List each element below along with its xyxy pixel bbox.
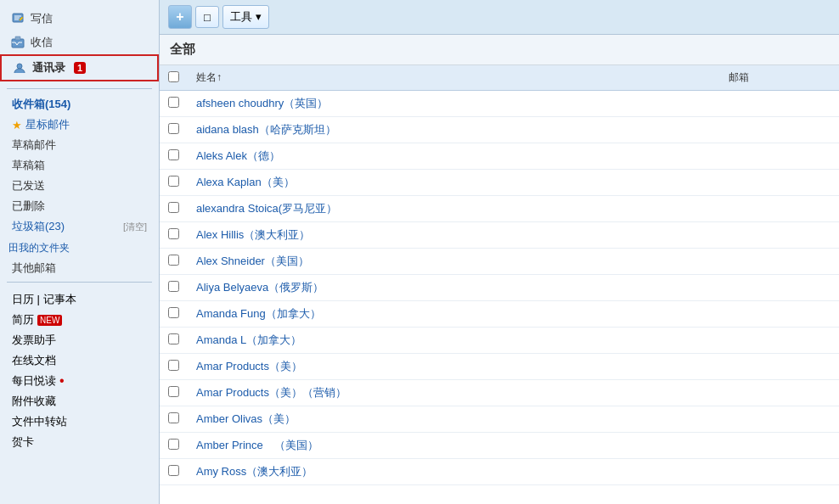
table-row[interactable]: Alexa Kaplan（美） xyxy=(160,170,839,196)
spam-clear[interactable]: [清空] xyxy=(123,221,147,233)
new-badge: NEW xyxy=(37,315,62,326)
table-row[interactable]: Amber Prince （美国） xyxy=(160,433,839,459)
extra-attachments-label: 附件收藏 xyxy=(12,394,56,409)
contact-email xyxy=(720,328,839,354)
sidebar-item-inbox[interactable]: 收信 xyxy=(0,31,159,54)
table-row[interactable]: Aliya Belyaeva（俄罗斯） xyxy=(160,275,839,301)
table-row[interactable]: Amanda L（加拿大） xyxy=(160,328,839,354)
sidebar-item-other-mail[interactable]: 其他邮箱 xyxy=(0,258,159,278)
sidebar-item-inbox-folder[interactable]: 收件箱(154) xyxy=(0,94,159,115)
mail-section: 收件箱(154) ★ 星标邮件 草稿邮件 草稿箱 已发送 已删除 垃圾箱(23)… xyxy=(0,92,159,238)
extra-item-transfer[interactable]: 文件中转站 xyxy=(0,412,159,432)
extra-item-card[interactable]: 贺卡 xyxy=(0,432,159,452)
contact-name[interactable]: Aleks Alek（德） xyxy=(188,143,720,170)
contact-name[interactable]: aidana blash（哈萨克斯坦） xyxy=(188,117,720,143)
row-checkbox[interactable] xyxy=(168,465,179,476)
compose-icon xyxy=(10,11,25,26)
extra-item-daily[interactable]: 每日悦读 • xyxy=(0,371,159,391)
sidebar-item-contacts[interactable]: 通讯录 1 xyxy=(0,54,159,81)
row-checkbox[interactable] xyxy=(168,176,179,187)
my-folders-header[interactable]: 田我的文件夹 xyxy=(0,238,159,258)
contact-name[interactable]: Alex Hillis（澳大利亚） xyxy=(188,222,720,249)
extra-item-invoice[interactable]: 发票助手 xyxy=(0,330,159,350)
extra-item-calendar[interactable]: 日历 | 记事本 xyxy=(0,289,159,310)
row-checkbox[interactable] xyxy=(168,386,179,397)
contact-name[interactable]: afsheen choudhry（英国） xyxy=(188,91,720,117)
contact-name[interactable]: Amy Ross（澳大利亚） xyxy=(188,459,720,485)
row-checkbox[interactable] xyxy=(168,281,179,292)
table-row[interactable]: alexandra Stoica(罗马尼亚） xyxy=(160,196,839,222)
sidebar-extras: 日历 | 记事本 简历 NEW 发票助手 在线文档 每日悦读 • 附件收藏 文件… xyxy=(0,286,159,456)
divider-1 xyxy=(7,88,152,89)
row-checkbox[interactable] xyxy=(168,149,179,160)
table-row[interactable]: Aleks Alek（德） xyxy=(160,143,839,170)
copy-button[interactable]: □ xyxy=(195,6,219,28)
row-checkbox[interactable] xyxy=(168,228,179,239)
sidebar-item-sent[interactable]: 已发送 xyxy=(0,176,159,196)
table-row[interactable]: Amy Ross（澳大利亚） xyxy=(160,459,839,485)
contact-name[interactable]: Alexa Kaplan（美） xyxy=(188,170,720,196)
extra-transfer-label: 文件中转站 xyxy=(12,414,67,429)
contact-name[interactable]: Amanda Fung（加拿大） xyxy=(188,301,720,328)
sidebar-item-templates[interactable]: 草稿箱 xyxy=(0,155,159,176)
sidebar-item-drafts-mail[interactable]: 草稿邮件 xyxy=(0,135,159,155)
table-row[interactable]: Amar Products（美） xyxy=(160,354,839,380)
table-row[interactable]: Amber Olivas（美） xyxy=(160,406,839,433)
row-checkbox[interactable] xyxy=(168,255,179,266)
row-checkbox[interactable] xyxy=(168,307,179,318)
row-checkbox[interactable] xyxy=(168,412,179,423)
extra-item-attachments[interactable]: 附件收藏 xyxy=(0,391,159,412)
add-icon: + xyxy=(176,9,183,25)
compose-label: 写信 xyxy=(31,11,53,26)
table-row[interactable]: afsheen choudhry（英国） xyxy=(160,91,839,117)
dot-badge: • xyxy=(59,373,65,389)
contact-name[interactable]: Amber Prince （美国） xyxy=(188,433,720,459)
contact-email xyxy=(720,433,839,459)
add-contact-button[interactable]: + xyxy=(168,5,192,29)
row-checkbox[interactable] xyxy=(168,439,179,450)
sidebar-item-spam[interactable]: 垃圾箱(23) [清空] xyxy=(0,216,159,237)
sidebar-item-deleted[interactable]: 已删除 xyxy=(0,196,159,216)
table-row[interactable]: Alex Shneider（美国） xyxy=(160,249,839,275)
section-title-text: 全部 xyxy=(170,42,195,56)
row-checkbox[interactable] xyxy=(168,97,179,108)
contact-name[interactable]: Amar Products（美）（营销） xyxy=(188,380,720,406)
contact-email xyxy=(720,406,839,433)
deleted-label: 已删除 xyxy=(12,199,45,214)
table-row[interactable]: Amar Products（美）（营销） xyxy=(160,380,839,406)
contact-email xyxy=(720,301,839,328)
row-checkbox[interactable] xyxy=(168,123,179,134)
tools-button[interactable]: 工具 ▾ xyxy=(222,5,269,29)
sidebar-item-starred[interactable]: ★ 星标邮件 xyxy=(0,115,159,135)
starred-label: 星标邮件 xyxy=(25,117,70,132)
contact-name[interactable]: alexandra Stoica(罗马尼亚） xyxy=(188,196,720,222)
extra-item-docs[interactable]: 在线文档 xyxy=(0,350,159,371)
contact-name[interactable]: Alex Shneider（美国） xyxy=(188,249,720,275)
extra-daily-label: 每日悦读 xyxy=(12,373,56,389)
contact-name[interactable]: Amar Products（美） xyxy=(188,354,720,380)
contact-email xyxy=(720,380,839,406)
row-checkbox[interactable] xyxy=(168,333,179,344)
copy-icon: □ xyxy=(204,11,211,24)
header-name[interactable]: 姓名↑ xyxy=(188,65,720,91)
extra-resume-label: 简历 xyxy=(12,312,34,328)
sidebar-item-compose[interactable]: 写信 xyxy=(0,7,159,31)
contact-table: 姓名↑ 邮箱 afsheen choudhry（英国）aidana blash（… xyxy=(160,65,839,485)
row-checkbox[interactable] xyxy=(168,360,179,371)
contact-email xyxy=(720,117,839,143)
table-row[interactable]: aidana blash（哈萨克斯坦） xyxy=(160,117,839,143)
sidebar-top-nav: 写信 收信 通讯录 1 xyxy=(0,3,159,85)
contact-email xyxy=(720,459,839,485)
other-mail-label: 其他邮箱 xyxy=(12,260,56,276)
table-row[interactable]: Amanda Fung（加拿大） xyxy=(160,301,839,328)
table-row[interactable]: Alex Hillis（澳大利亚） xyxy=(160,222,839,249)
contact-name[interactable]: Amber Olivas（美） xyxy=(188,406,720,433)
tools-label: 工具 ▾ xyxy=(230,9,262,25)
select-all-checkbox[interactable] xyxy=(168,71,179,82)
contact-name[interactable]: Amanda L（加拿大） xyxy=(188,328,720,354)
header-email: 邮箱 xyxy=(720,65,839,91)
section-title: 全部 xyxy=(160,35,839,65)
contact-name[interactable]: Aliya Belyaeva（俄罗斯） xyxy=(188,275,720,301)
row-checkbox[interactable] xyxy=(168,202,179,213)
extra-item-resume[interactable]: 简历 NEW xyxy=(0,310,159,330)
